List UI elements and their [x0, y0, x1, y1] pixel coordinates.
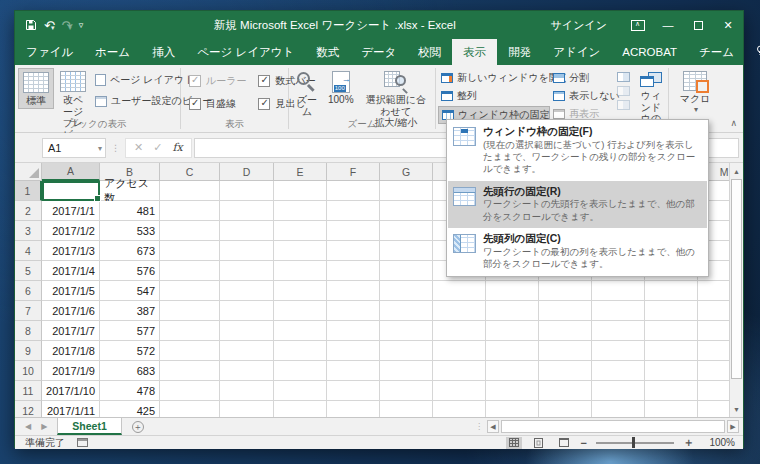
cell[interactable] [433, 361, 486, 381]
ribbon-tab-開発[interactable]: 開発 [497, 39, 542, 65]
cell[interactable] [380, 221, 433, 241]
split-button[interactable]: 分割 [550, 70, 612, 86]
sheet-nav-left-icon[interactable]: ◀ [25, 422, 31, 431]
cell[interactable] [220, 201, 274, 221]
cell[interactable] [433, 301, 486, 321]
redo-icon[interactable]: ↷▾ [61, 19, 71, 32]
cell[interactable]: 387 [100, 301, 160, 321]
cell[interactable]: 2017/1/4 [42, 261, 100, 281]
cell[interactable]: 683 [100, 361, 160, 381]
cell[interactable] [327, 181, 380, 201]
zoom-out-icon[interactable]: − [581, 437, 587, 449]
cell[interactable] [274, 321, 327, 341]
cell[interactable] [645, 361, 698, 381]
checkbox-目盛線[interactable]: 目盛線 [189, 97, 246, 111]
cell[interactable] [592, 381, 645, 401]
cell[interactable] [380, 401, 433, 417]
cell[interactable] [274, 381, 327, 401]
cell[interactable]: 577 [100, 321, 160, 341]
cell[interactable]: 2017/1/3 [42, 241, 100, 261]
arrange-all-button[interactable]: 整列 [438, 88, 550, 104]
cell[interactable] [274, 181, 327, 201]
cell[interactable] [433, 401, 486, 417]
row-header-10[interactable]: 10 [15, 361, 42, 381]
hscroll-right-icon[interactable]: ▶ [727, 420, 739, 433]
row-header-3[interactable]: 3 [15, 221, 42, 241]
customize-quick-access-icon[interactable]: ▿ [79, 21, 84, 30]
cell[interactable] [327, 361, 380, 381]
cell[interactable] [220, 341, 274, 361]
vertical-scrollbar-thumb[interactable] [731, 179, 742, 379]
checkbox-ルーラー[interactable]: ルーラー [189, 74, 246, 88]
normal-view-status-button[interactable] [506, 437, 522, 449]
cell[interactable] [160, 181, 220, 201]
cell[interactable] [220, 241, 274, 261]
view-side-by-side-icon[interactable] [617, 72, 630, 82]
ribbon-tab-ファイル[interactable]: ファイル [15, 39, 84, 65]
cell[interactable] [327, 321, 380, 341]
zoom-slider-thumb[interactable] [632, 437, 635, 448]
ribbon-display-options-icon[interactable] [623, 11, 653, 39]
cell[interactable] [160, 381, 220, 401]
cell[interactable] [327, 401, 380, 417]
cell[interactable] [539, 301, 592, 321]
cell[interactable] [486, 281, 539, 301]
cell[interactable] [433, 321, 486, 341]
cell[interactable]: 2017/1/10 [42, 381, 100, 401]
cell[interactable] [380, 301, 433, 321]
insert-function-icon[interactable]: fx [172, 141, 182, 154]
column-header-E[interactable]: E [274, 163, 327, 181]
minimize-icon[interactable]: — [653, 11, 683, 39]
cell[interactable] [645, 281, 698, 301]
cell[interactable]: 2017/1/11 [42, 401, 100, 417]
horizontal-scrollbar[interactable] [501, 420, 725, 433]
row-header-7[interactable]: 7 [15, 301, 42, 321]
ribbon-tab-アドイン[interactable]: アドイン [542, 39, 611, 65]
cell[interactable] [380, 361, 433, 381]
cell[interactable] [380, 241, 433, 261]
menu-item-ウィンドウ枠の固定(F)[interactable]: ウィンドウ枠の固定(F)(現在の選択範囲に基づいて) 行および列を表示したままで… [448, 121, 707, 181]
ribbon-tab-ACROBAT[interactable]: ACROBAT [611, 39, 688, 65]
undo-icon[interactable]: ↶▾ [44, 19, 54, 32]
sign-in-button[interactable]: サインイン [535, 18, 623, 33]
cell[interactable] [486, 341, 539, 361]
cell[interactable]: 2017/1/5 [42, 281, 100, 301]
row-header-12[interactable]: 12 [15, 401, 42, 417]
cell[interactable] [220, 261, 274, 281]
name-box-dropdown-icon[interactable]: ▾ [98, 144, 102, 153]
cell[interactable] [327, 281, 380, 301]
cell[interactable] [380, 261, 433, 281]
cell[interactable] [380, 381, 433, 401]
row-header-8[interactable]: 8 [15, 321, 42, 341]
cell[interactable] [327, 261, 380, 281]
cell[interactable] [220, 281, 274, 301]
cell[interactable] [220, 361, 274, 381]
cell[interactable] [274, 361, 327, 381]
cell[interactable] [486, 381, 539, 401]
name-box[interactable]: A1▾ [42, 138, 106, 158]
macros-button[interactable]: マクロ [676, 68, 715, 115]
scroll-down-icon[interactable]: ▼ [730, 402, 743, 416]
cell[interactable] [539, 281, 592, 301]
cell[interactable] [327, 221, 380, 241]
cell[interactable] [539, 381, 592, 401]
zoom-button[interactable]: ズーム [292, 68, 322, 118]
menu-item-先頭列の固定(C)[interactable]: 先頭列の固定(C)ワークシートの最初の列を表示したままで、他の部分をスクロールで… [448, 228, 707, 275]
cell[interactable] [433, 281, 486, 301]
row-header-2[interactable]: 2 [15, 201, 42, 221]
cell[interactable]: アクセス数 [100, 181, 160, 201]
cell[interactable]: 2017/1/8 [42, 341, 100, 361]
cell[interactable] [380, 201, 433, 221]
row-header-6[interactable]: 6 [15, 281, 42, 301]
cell[interactable] [274, 261, 327, 281]
hscroll-grip-icon[interactable]: ⋮ [475, 422, 483, 431]
cell[interactable]: 2017/1/6 [42, 301, 100, 321]
cell[interactable] [220, 381, 274, 401]
zoom-100-button[interactable]: 100% [324, 68, 358, 107]
scroll-up-icon[interactable]: ▲ [730, 164, 743, 178]
cell[interactable] [592, 341, 645, 361]
cell[interactable] [160, 341, 220, 361]
close-icon[interactable]: ✕ [713, 11, 743, 39]
cell[interactable] [592, 401, 645, 417]
add-sheet-button[interactable]: ＋ [132, 418, 144, 435]
